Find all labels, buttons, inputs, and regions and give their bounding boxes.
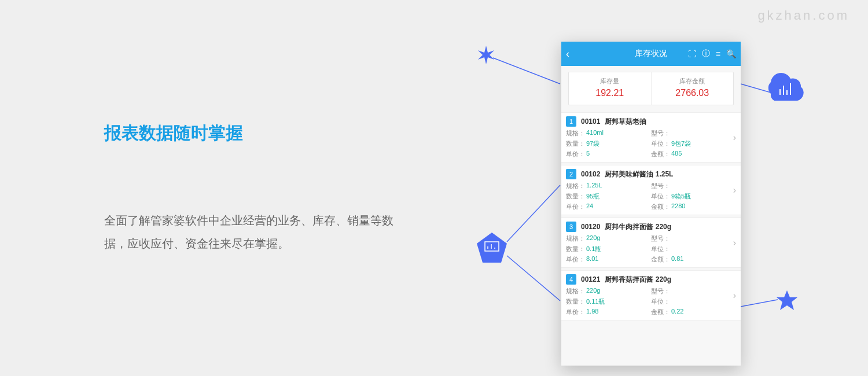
summary-qty-value: 192.21	[569, 88, 651, 98]
model: 型号：	[651, 182, 736, 190]
summary-qty-label: 库存量	[569, 77, 651, 86]
spec: 规格：220g	[566, 287, 651, 296]
product-code: 00121	[581, 275, 600, 283]
unit: 单位：	[651, 245, 736, 253]
summary-card: 库存量 192.21 库存金额 2766.03	[568, 72, 734, 105]
app-header: ‹ 库存状况 ⛶ ⓘ ≡ 🔍	[561, 42, 741, 66]
product-code: 00102	[581, 170, 600, 178]
chevron-right-icon: ›	[733, 185, 736, 196]
amt: 金额：2280	[651, 202, 736, 211]
marketing-title: 报表数据随时掌握	[104, 121, 411, 145]
svg-line-0	[493, 58, 560, 84]
model: 型号：	[651, 129, 736, 138]
marketing-body: 全面了解管家婆软件中企业经营的业务、库存、销量等数据，应收应付、资金往来尽在掌握…	[104, 209, 411, 255]
product-code: 00101	[581, 117, 600, 126]
qty: 数量：0.11瓶	[566, 297, 651, 306]
unit: 单位：9包7袋	[651, 139, 736, 148]
product-name: 厨邦草菇老抽	[605, 117, 646, 127]
price: 单价：24	[566, 202, 651, 211]
inventory-list[interactable]: 100101厨邦草菇老抽规格：410ml型号：数量：97袋单位：9包7袋单价：5…	[561, 112, 741, 366]
product-name: 厨邦美味鲜酱油 1.25L	[605, 169, 673, 179]
amt: 金额：0.22	[651, 308, 736, 316]
summary-section: 库存量 192.21 库存金额 2766.03	[561, 66, 741, 112]
search-icon[interactable]: 🔍	[726, 49, 736, 58]
list-item[interactable]: 100101厨邦草菇老抽规格：410ml型号：数量：97袋单位：9包7袋单价：5…	[561, 112, 741, 163]
price: 单价：8.01	[566, 255, 651, 264]
summary-amt-value: 2766.03	[652, 88, 734, 98]
marketing-copy: 报表数据随时掌握 全面了解管家婆软件中企业经营的业务、库存、销量等数据，应收应付…	[104, 121, 411, 255]
price: 单价：5	[566, 150, 651, 158]
product-code: 00120	[581, 223, 600, 231]
phone-mock: ‹ 库存状况 ⛶ ⓘ ≡ 🔍 库存量 192.21 库存金额 2766.03 1…	[561, 42, 741, 366]
svg-line-11	[507, 185, 560, 242]
product-name: 厨邦香菇拌面酱 220g	[605, 275, 671, 285]
svg-marker-13	[777, 290, 797, 310]
model: 型号：	[651, 287, 736, 296]
unit: 单位：	[651, 297, 736, 306]
chevron-right-icon: ›	[733, 238, 736, 248]
info-icon[interactable]: ⓘ	[702, 49, 710, 59]
summary-amt: 库存金额 2766.03	[651, 72, 734, 105]
scan-icon[interactable]: ⛶	[688, 49, 696, 58]
chevron-right-icon: ›	[733, 290, 736, 301]
svg-line-5	[741, 84, 771, 93]
row-index-badge: 2	[566, 169, 576, 179]
spec: 规格：410ml	[566, 129, 651, 138]
summary-qty: 库存量 192.21	[569, 72, 651, 105]
price: 单价：1.98	[566, 308, 651, 316]
back-icon[interactable]: ‹	[566, 48, 569, 60]
list-item[interactable]: 300120厨邦牛肉拌面酱 220g规格：220g型号：数量：0.1瓶单位：单价…	[561, 218, 741, 268]
spec: 规格：220g	[566, 234, 651, 243]
row-index-badge: 3	[566, 222, 576, 232]
spec: 规格：1.25L	[566, 182, 651, 190]
row-index-badge: 4	[566, 274, 576, 285]
amt: 金额：0.81	[651, 255, 736, 264]
summary-amt-label: 库存金额	[652, 77, 734, 86]
list-icon[interactable]: ≡	[716, 49, 720, 58]
product-name: 厨邦牛肉拌面酱 220g	[605, 222, 671, 232]
row-index-badge: 1	[566, 116, 576, 127]
amt: 金额：485	[651, 150, 736, 158]
list-item[interactable]: 400121厨邦香菇拌面酱 220g规格：220g型号：数量：0.11瓶单位：单…	[561, 270, 741, 320]
watermark-text: gkzhan.com	[757, 8, 849, 23]
list-item[interactable]: 200102厨邦美味鲜酱油 1.25L规格：1.25L型号：数量：95瓶单位：9…	[561, 165, 741, 215]
chevron-right-icon: ›	[733, 132, 736, 143]
qty: 数量：97袋	[566, 139, 651, 148]
svg-marker-6	[477, 233, 507, 263]
qty: 数量：95瓶	[566, 192, 651, 201]
model: 型号：	[651, 234, 736, 243]
unit: 单位：9箱5瓶	[651, 192, 736, 201]
qty: 数量：0.1瓶	[566, 245, 651, 253]
svg-line-14	[741, 300, 778, 307]
svg-line-12	[507, 256, 560, 301]
